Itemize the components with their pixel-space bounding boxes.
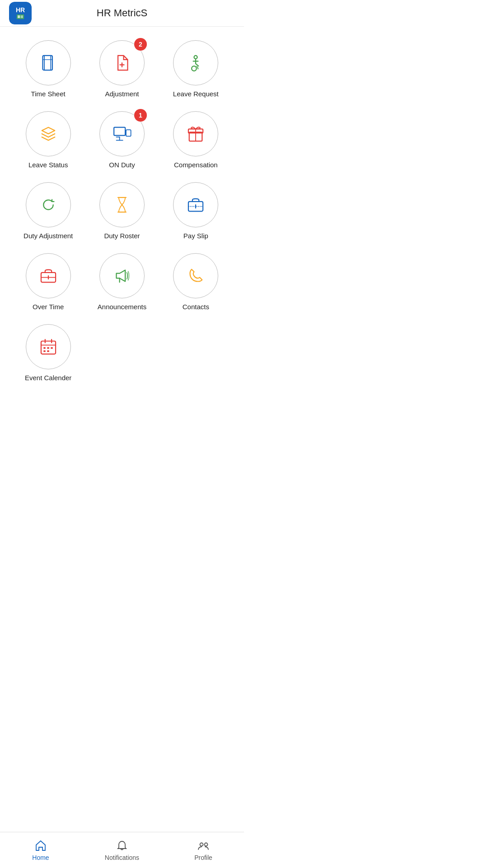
icon-circle-pay-slip: [173, 182, 218, 227]
svg-rect-28: [43, 347, 45, 349]
svg-rect-10: [114, 127, 125, 136]
grid-item-leave-status[interactable]: Leave Status: [14, 111, 83, 169]
item-label-duty-roster: Duty Roster: [104, 232, 140, 240]
svg-rect-2: [21, 15, 23, 18]
item-label-pay-slip: Pay Slip: [183, 232, 208, 240]
svg-rect-32: [47, 350, 49, 352]
svg-rect-29: [47, 347, 49, 349]
grid-item-adjustment[interactable]: 2Adjustment: [87, 40, 156, 98]
logo-box-icon: [16, 14, 24, 19]
grid-item-time-sheet[interactable]: Time Sheet: [14, 40, 83, 98]
header: HR HR MetricS: [0, 0, 244, 27]
icon-circle-duty-adjustment: [26, 182, 71, 227]
grid-item-event-calender[interactable]: Event Calender: [14, 324, 83, 382]
icon-circle-leave-status: [26, 111, 71, 156]
grid-item-announcements[interactable]: Announcements: [87, 253, 156, 311]
icon-circle-adjustment: 2: [99, 40, 145, 85]
svg-rect-4: [44, 56, 51, 70]
svg-rect-30: [51, 347, 52, 349]
item-label-on-duty: ON Duty: [109, 161, 135, 169]
svg-rect-11: [126, 130, 131, 136]
svg-rect-31: [43, 350, 45, 352]
icon-circle-time-sheet: [26, 40, 71, 85]
badge-adjustment: 2: [134, 38, 147, 51]
item-label-time-sheet: Time Sheet: [31, 90, 66, 98]
icon-circle-on-duty: 1: [99, 111, 145, 156]
grid-item-contacts[interactable]: Contacts: [161, 253, 230, 311]
icon-circle-over-time: [26, 253, 71, 298]
app-logo[interactable]: HR: [9, 2, 32, 24]
item-label-over-time: Over Time: [33, 303, 64, 311]
item-label-adjustment: Adjustment: [105, 90, 139, 98]
icon-circle-leave-request: [173, 40, 218, 85]
svg-rect-1: [18, 15, 20, 18]
page-title: HR MetricS: [97, 7, 147, 19]
logo-text: HR: [16, 7, 25, 13]
grid-item-leave-request[interactable]: Leave Request: [161, 40, 230, 98]
main-grid: Time Sheet 2Adjustment Leave Request Lea…: [0, 27, 244, 391]
item-label-compensation: Compensation: [174, 161, 218, 169]
icon-circle-duty-roster: [99, 182, 145, 227]
icon-circle-contacts: [173, 253, 218, 298]
grid-item-on-duty[interactable]: 1ON Duty: [87, 111, 156, 169]
item-label-leave-status: Leave Status: [28, 161, 68, 169]
item-label-contacts: Contacts: [183, 303, 209, 311]
grid-item-pay-slip[interactable]: Pay Slip: [161, 182, 230, 240]
icon-circle-compensation: [173, 111, 218, 156]
item-label-announcements: Announcements: [98, 303, 146, 311]
icon-circle-event-calender: [26, 324, 71, 369]
item-label-duty-adjustment: Duty Adjustment: [23, 232, 73, 240]
grid-item-duty-roster[interactable]: Duty Roster: [87, 182, 156, 240]
item-label-leave-request: Leave Request: [173, 90, 219, 98]
grid-item-compensation[interactable]: Compensation: [161, 111, 230, 169]
item-label-event-calender: Event Calender: [25, 374, 71, 382]
icon-circle-announcements: [99, 253, 145, 298]
badge-on-duty: 1: [134, 109, 147, 122]
svg-point-9: [192, 66, 197, 71]
grid-item-duty-adjustment[interactable]: Duty Adjustment: [14, 182, 83, 240]
grid-item-over-time[interactable]: Over Time: [14, 253, 83, 311]
